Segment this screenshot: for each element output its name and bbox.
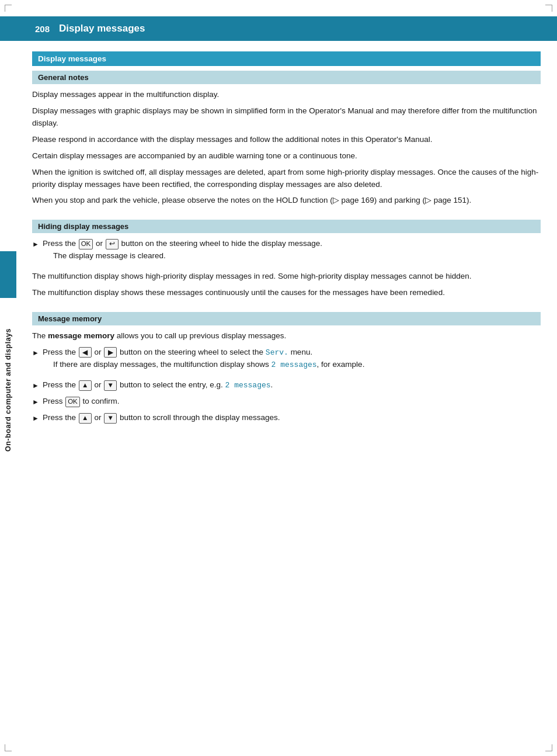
ok-button-icon: OK [79,239,93,249]
page-title: Display messages [59,23,145,34]
bullet-text-or: or [93,239,105,248]
down-button-icon-2: ▼ [104,413,117,424]
right-button-icon: ▶ [104,347,117,358]
bullet-arrow-lr: ► [32,348,39,359]
hiding-block: ► Press the OK or ↩ button on the steeri… [32,238,541,299]
general-notes-p5: When the ignition is switched off, all d… [32,167,541,191]
message-memory-intro: The message memory allows you to call up… [32,330,541,342]
down-button-icon-1: ▼ [104,380,117,391]
two-messages-text-2: 2 messages [225,381,271,390]
bullet-content-scroll: Press the ▲ or ▼ button to scroll throug… [43,412,541,424]
left-button-icon: ◀ [79,347,92,358]
general-notes-p3: Please respond in accordance with the di… [32,134,541,146]
bullet-content-ok: Press OK to confirm. [43,396,541,408]
subsection-heading-message-memory: Message memory [32,312,541,325]
bullet-arrow-ok: ► [32,397,39,408]
up-button-icon-1: ▲ [79,380,92,391]
sidebar-blue-block [0,251,16,298]
corner-mark-br [545,744,552,751]
hiding-p2: The multifunction display shows these me… [32,287,541,299]
bullet-press-left-right: ► Press the ◀ or ▶ button on the steerin… [32,346,541,375]
bullet-arrow-ud: ► [32,380,39,391]
general-notes-block: Display messages appear in the multifunc… [32,89,541,207]
bullet-press-ok-or-back: ► Press the OK or ↩ button on the steeri… [32,238,541,266]
sidebar-text: On-board computer and displays [4,328,12,452]
message-memory-block: The message memory allows you to call up… [32,330,541,424]
hiding-sub-line: The display message is cleared. [53,250,541,262]
sidebar-label: On-board computer and displays [0,58,16,721]
message-memory-bold: message memory [48,331,114,340]
corner-mark-tr [545,5,552,12]
bullet-content-1: Press the OK or ↩ button on the steering… [43,238,541,266]
bullet-press-up-down: ► Press the ▲ or ▼ button to select the … [32,379,541,391]
subsection-heading-general-notes: General notes [32,71,541,84]
two-messages-text-1: 2 messages [271,360,317,369]
corner-mark-tl [5,5,12,12]
bullet-arrow-1: ► [32,239,39,250]
serv-menu-text: Serv. [266,348,288,357]
back-button-icon: ↩ [106,239,119,249]
bullet-content-ud: Press the ▲ or ▼ button to select the en… [43,379,541,391]
general-notes-p6: When you stop and park the vehicle, plea… [32,195,541,207]
general-notes-p2: Display messages with graphic displays m… [32,105,541,130]
up-button-icon-2: ▲ [79,413,92,424]
bullet-press-ok-confirm: ► Press OK to confirm. [32,396,541,408]
header-bar: 208 Display messages [0,16,557,41]
general-notes-p4: Certain display messages are accompanied… [32,150,541,162]
bullet-text-before-ok: Press the [43,239,78,248]
main-content: Display messages General notes Display m… [32,41,541,424]
page-number: 208 [35,24,50,34]
general-notes-p1: Display messages appear in the multifunc… [32,89,541,101]
ok-button-icon-2: OK [65,397,80,407]
bullet-text-after-back: button on the steering wheel to hide the… [119,239,322,248]
corner-mark-bl [5,744,12,751]
lr-sub-line: If there are display messages, the multi… [53,359,541,371]
hiding-p1: The multifunction display shows high-pri… [32,271,541,283]
section-heading-display-messages: Display messages [32,51,541,66]
bullet-arrow-scroll: ► [32,413,39,424]
bullet-press-up-down-scroll: ► Press the ▲ or ▼ button to scroll thro… [32,412,541,424]
bullet-content-lr: Press the ◀ or ▶ button on the steering … [43,346,541,375]
subsection-heading-hiding: Hiding display messages [32,220,541,233]
